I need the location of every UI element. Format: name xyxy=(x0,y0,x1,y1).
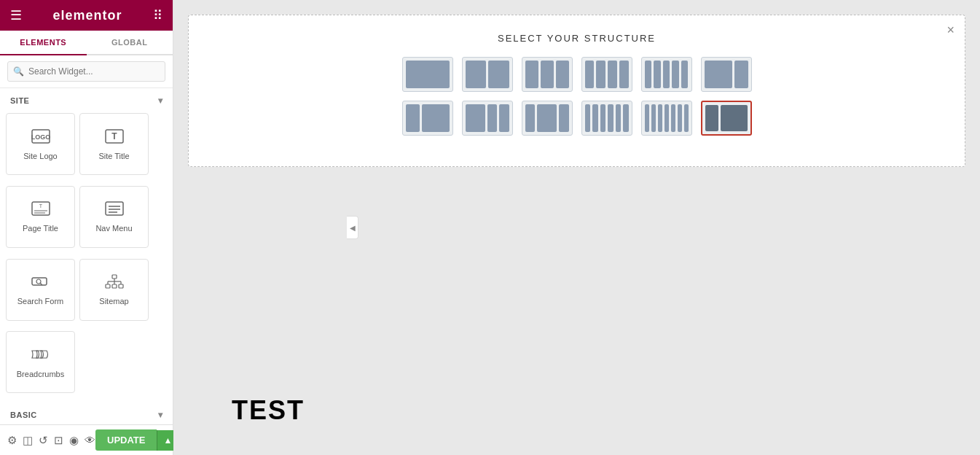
svg-rect-17 xyxy=(112,284,117,288)
col-block xyxy=(651,104,656,132)
col-block xyxy=(608,104,614,132)
col-block xyxy=(665,104,669,132)
tab-global[interactable]: GLOBAL xyxy=(87,31,173,55)
col-block xyxy=(721,105,748,131)
canvas-test-text: TEST xyxy=(232,395,305,426)
page-title-icon: T xyxy=(31,201,51,221)
widget-breadcrumbs[interactable]: Breadcrumbs xyxy=(6,331,75,393)
widget-site-logo-label: Site Logo xyxy=(23,152,57,160)
structure-option-2col[interactable] xyxy=(462,57,513,92)
structure-option-selected[interactable] xyxy=(701,101,752,136)
structure-option-narrow-wide[interactable] xyxy=(402,101,453,136)
widget-sitemap-label: Sitemap xyxy=(99,297,128,306)
preview-icon[interactable]: ◉ xyxy=(69,434,79,447)
widget-site-title-label: Site Title xyxy=(98,152,129,160)
main-content: × SELECT YOUR STRUCTURE xyxy=(173,0,980,455)
widget-search-form-label: Search Form xyxy=(17,297,64,306)
col-block xyxy=(616,104,622,132)
widget-nav-menu-label: Nav Menu xyxy=(95,224,132,233)
col-block xyxy=(406,61,450,88)
col-block xyxy=(705,61,732,88)
col-block xyxy=(556,61,569,88)
col-block xyxy=(672,61,679,88)
eye-icon[interactable]: 👁 xyxy=(85,434,95,446)
structure-option-1col[interactable] xyxy=(402,57,453,92)
widget-page-title[interactable]: T Page Title xyxy=(6,186,75,248)
col-block xyxy=(537,104,557,132)
col-block xyxy=(671,104,675,132)
col-block xyxy=(645,104,649,132)
section-basic-chevron: ▾ xyxy=(158,410,163,420)
search-form-icon xyxy=(31,273,51,294)
col-block xyxy=(487,104,498,132)
col-block xyxy=(592,104,598,132)
widget-search-form[interactable]: Search Form xyxy=(6,259,75,321)
structure-option-5col[interactable] xyxy=(641,57,692,92)
svg-rect-15 xyxy=(112,275,117,279)
sidebar: ☰ elementor ⠿ ELEMENTS GLOBAL 🔍 SITE ▾ L… xyxy=(0,0,173,455)
col-block xyxy=(608,61,617,88)
settings-icon[interactable]: ⚙ xyxy=(7,434,17,447)
update-button[interactable]: UPDATE xyxy=(95,429,157,451)
col-block xyxy=(466,61,487,88)
structure-option-3col[interactable] xyxy=(522,57,573,92)
svg-rect-18 xyxy=(119,284,123,288)
responsive-icon[interactable]: ⊡ xyxy=(54,434,63,447)
col-block xyxy=(406,104,420,132)
col-block xyxy=(619,61,629,88)
structure-option-multi[interactable] xyxy=(641,101,692,136)
col-block xyxy=(499,104,509,132)
col-block xyxy=(525,104,536,132)
search-icon: 🔍 xyxy=(13,66,24,77)
svg-rect-12 xyxy=(32,278,47,285)
col-block xyxy=(681,61,689,88)
collapse-sidebar-button[interactable]: ◀ xyxy=(347,216,358,239)
widget-nav-menu[interactable]: Nav Menu xyxy=(79,186,149,248)
col-block xyxy=(585,104,591,132)
sidebar-tabs: ELEMENTS GLOBAL xyxy=(0,31,173,55)
col-block xyxy=(663,61,670,88)
col-block xyxy=(645,61,652,88)
structure-option-wide-narrow-narrow[interactable] xyxy=(462,101,513,136)
update-btn-wrapper: UPDATE ▲ xyxy=(95,429,178,451)
layers-icon[interactable]: ◫ xyxy=(23,434,33,447)
structure-popup: × SELECT YOUR STRUCTURE xyxy=(188,15,965,167)
widgets-grid: LOGO Site Logo T Site Title T Page Title… xyxy=(0,110,173,402)
site-logo-icon: LOGO xyxy=(31,128,51,149)
col-block xyxy=(623,104,629,132)
history-icon[interactable]: ↺ xyxy=(39,434,48,447)
col-block xyxy=(466,104,485,132)
search-input[interactable] xyxy=(7,61,165,82)
structure-option-4col-var[interactable] xyxy=(581,101,632,136)
breadcrumbs-icon xyxy=(31,346,51,367)
popup-title: SELECT YOUR STRUCTURE xyxy=(203,33,950,44)
widget-site-logo[interactable]: LOGO Site Logo xyxy=(6,113,75,175)
widget-site-title[interactable]: T Site Title xyxy=(79,113,149,175)
section-site-chevron: ▾ xyxy=(158,96,163,106)
col-block xyxy=(596,61,605,88)
structure-option-4col[interactable] xyxy=(581,57,632,92)
svg-text:LOGO: LOGO xyxy=(31,133,50,141)
close-popup-button[interactable]: × xyxy=(946,23,954,38)
bottom-icons: ⚙ ◫ ↺ ⊡ ◉ 👁 xyxy=(7,434,95,447)
col-block xyxy=(684,104,689,132)
section-site-header[interactable]: SITE ▾ xyxy=(0,88,173,110)
section-basic-header[interactable]: BASIC ▾ xyxy=(0,402,173,424)
col-block xyxy=(654,61,661,88)
col-block xyxy=(422,104,450,132)
structure-option-narrow-wide-narrow[interactable] xyxy=(522,101,573,136)
hamburger-icon[interactable]: ☰ xyxy=(10,7,22,23)
col-block xyxy=(488,61,509,88)
col-block xyxy=(541,61,554,88)
grid-icon[interactable]: ⠿ xyxy=(153,7,162,23)
structure-option-wide-narrow[interactable] xyxy=(701,57,752,92)
section-site-label: SITE xyxy=(10,96,29,105)
structure-row-2 xyxy=(203,101,950,136)
col-block xyxy=(678,104,682,132)
tab-elements[interactable]: ELEMENTS xyxy=(0,31,87,55)
svg-rect-16 xyxy=(106,284,110,288)
col-block xyxy=(525,61,538,88)
structure-row-1 xyxy=(203,57,950,92)
brand-title: elementor xyxy=(52,8,122,23)
widget-sitemap[interactable]: Sitemap xyxy=(79,259,149,321)
